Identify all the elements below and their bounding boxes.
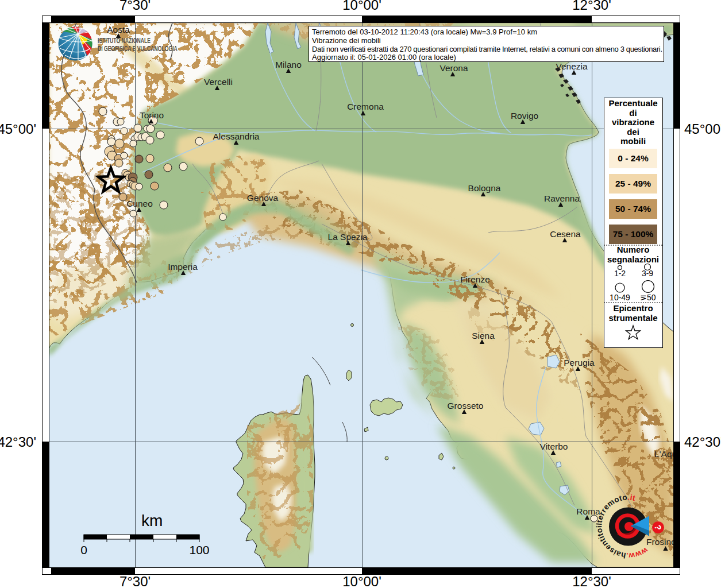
svg-text:ISTITUTO NAZIONALE: ISTITUTO NAZIONALE [98, 36, 151, 44]
svg-text:Cuneo: Cuneo [126, 199, 153, 208]
svg-text:3-9: 3-9 [642, 269, 653, 278]
svg-text:Genova: Genova [247, 193, 279, 203]
svg-text:Percentuale: Percentuale [608, 98, 657, 108]
svg-text:Ravenna: Ravenna [544, 194, 580, 203]
svg-text:Aosta: Aosta [107, 25, 130, 34]
svg-text:7°30': 7°30' [119, 0, 151, 13]
svg-text:Verona: Verona [439, 63, 468, 73]
svg-text:Vibrazione dei mobili: Vibrazione dei mobili [312, 36, 381, 45]
svg-text:45°00': 45°00' [0, 121, 36, 137]
svg-text:12°30': 12°30' [572, 0, 611, 13]
svg-text:km: km [141, 512, 163, 529]
svg-text:⋝50: ⋝50 [640, 293, 656, 302]
svg-text:DI GEOFISICA E VULCANOLOGIA: DI GEOFISICA E VULCANOLOGIA [98, 44, 178, 52]
svg-text:vibrazione: vibrazione [612, 117, 654, 127]
svg-text:Imperia: Imperia [168, 262, 198, 272]
svg-text:Bologna: Bologna [468, 183, 501, 193]
svg-text:Cesena: Cesena [550, 229, 581, 239]
svg-text:Siena: Siena [472, 331, 495, 341]
svg-text:Torino: Torino [140, 110, 164, 120]
svg-text:42°30': 42°30' [0, 434, 36, 450]
svg-text:Aggiornato il: 05-01-2026 01:0: Aggiornato il: 05-01-2026 01:00 (ora loc… [312, 53, 456, 61]
svg-text:0 - 24%: 0 - 24% [618, 153, 649, 163]
svg-text:12°30': 12°30' [572, 574, 611, 588]
svg-text:75 - 100%: 75 - 100% [613, 229, 654, 239]
svg-text:Alessandria: Alessandria [213, 131, 260, 141]
svg-text:Epicentro: Epicentro [613, 303, 653, 313]
svg-text:Grosseto: Grosseto [448, 401, 484, 411]
svg-text:1-2: 1-2 [614, 269, 626, 278]
svg-text:25 - 49%: 25 - 49% [615, 179, 651, 188]
svg-text:0: 0 [80, 543, 87, 556]
svg-text:Cremona: Cremona [347, 102, 384, 111]
svg-text:Rovigo: Rovigo [511, 111, 538, 121]
svg-text:Numero: Numero [617, 245, 650, 254]
svg-text:Dati non verificati estratti d: Dati non verificati estratti da 270 ques… [312, 45, 662, 53]
svg-text:mobili: mobili [620, 136, 646, 146]
svg-text:45°00': 45°00' [684, 121, 721, 137]
svg-text:segnalazioni: segnalazioni [607, 254, 659, 264]
svg-text:42°30': 42°30' [684, 434, 721, 450]
svg-text:10°00': 10°00' [342, 0, 381, 13]
svg-text:10°00': 10°00' [342, 574, 381, 588]
svg-text:50 - 74%: 50 - 74% [615, 204, 651, 214]
svg-text:Perugia: Perugia [564, 358, 595, 368]
svg-text:Venezia: Venezia [556, 61, 588, 71]
svg-text:100: 100 [189, 543, 209, 556]
svg-text:strumentale: strumentale [608, 313, 657, 323]
svg-text:di: di [629, 108, 637, 118]
svg-text:10-49: 10-49 [610, 293, 630, 302]
svg-text:La Spezia: La Spezia [328, 232, 368, 242]
svg-text:Milano: Milano [275, 60, 302, 69]
svg-text:L'Aquila: L'Aquila [654, 449, 686, 459]
svg-text:7°30': 7°30' [119, 574, 151, 588]
svg-text:Firenze: Firenze [460, 274, 490, 284]
svg-text:Vercelli: Vercelli [204, 77, 233, 87]
svg-text:dei: dei [627, 127, 639, 137]
svg-text:Terremoto del 03-10-2012 11:20: Terremoto del 03-10-2012 11:20:43 (ora l… [312, 28, 537, 36]
svg-text:Viterbo: Viterbo [540, 442, 568, 451]
